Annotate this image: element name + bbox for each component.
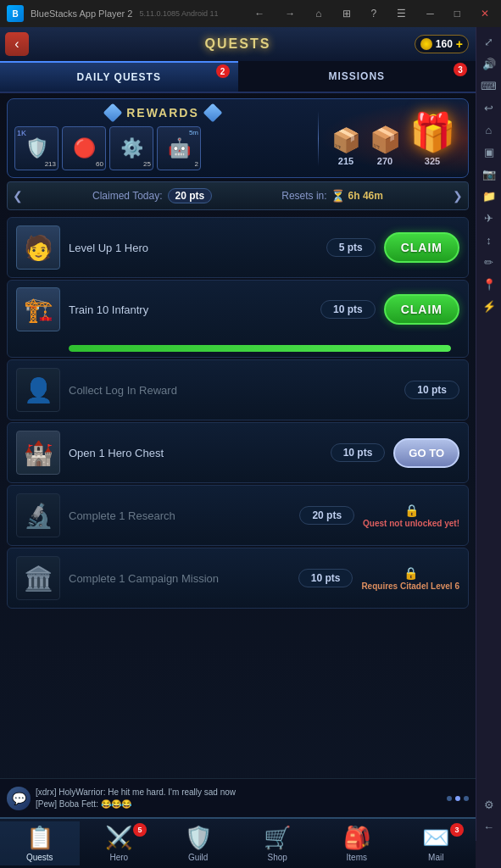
sidebar-location-icon[interactable]: 📍 bbox=[480, 275, 498, 293]
locked-text-5: Requires Citadel Level 6 bbox=[361, 581, 459, 591]
rewards-left: REWARDS 🛡️ 1K 213 🔴 60 ⚙️ 25 bbox=[14, 106, 311, 170]
quest-name-2: Collect Log In Reward bbox=[69, 384, 177, 397]
sidebar-boost-icon[interactable]: ⚡ bbox=[480, 297, 498, 315]
home-btn[interactable]: ⌂ bbox=[310, 6, 326, 21]
sidebar-edit-icon[interactable]: ✏ bbox=[480, 253, 498, 271]
claim-button-1[interactable]: CLAIM bbox=[384, 294, 459, 325]
sidebar-settings-icon[interactable]: ⚙ bbox=[480, 795, 498, 814]
chest-icon-0: 📦 bbox=[331, 126, 361, 154]
sidebar-back-icon[interactable]: ↩ bbox=[480, 98, 498, 117]
quest-info-1: Train 10 Infantry bbox=[69, 302, 312, 317]
hero-icon: ⚔️ bbox=[105, 825, 132, 851]
quest-info-0: Level Up 1 Hero bbox=[69, 240, 318, 255]
quest-info-2: Collect Log In Reward bbox=[69, 382, 396, 398]
quest-icon-1: 🏗️ bbox=[24, 296, 53, 324]
chest-icon-1: 📦 bbox=[370, 125, 401, 154]
bottom-nav: 📋 Quests 5 ⚔️ Hero 🛡️ Guild 🛒 Shop 🎒 Ite… bbox=[0, 817, 476, 868]
timer-icon: ⏳ bbox=[331, 189, 345, 203]
nav-label-items: Items bbox=[347, 853, 367, 862]
maximize-btn[interactable]: □ bbox=[449, 6, 465, 21]
help-btn[interactable]: ? bbox=[366, 6, 382, 21]
quest-pts-5: 10 pts bbox=[298, 569, 353, 587]
quest-item-research: 🔬 Complete 1 Research 20 pts 🔒 Quest not… bbox=[7, 485, 469, 546]
nav-item-guild[interactable]: 🛡️ Guild bbox=[159, 821, 238, 865]
nav-item-shop[interactable]: 🛒 Shop bbox=[238, 821, 318, 865]
add-gold-button[interactable]: + bbox=[456, 37, 463, 51]
sidebar-fullscreen-icon[interactable]: ⤢ bbox=[480, 32, 498, 51]
timer-section: Resets in: ⏳ 6h 46m bbox=[281, 189, 383, 203]
tab-missions[interactable]: MISSIONS 3 bbox=[238, 61, 476, 92]
chat-messages: [xdrx] HolyWarrior: He hit me hard. I'm … bbox=[36, 787, 442, 810]
quest-info-4: Complete 1 Research bbox=[69, 508, 291, 523]
right-sidebar: ⤢ 🔊 ⌨ ↩ ⌂ ▣ 📷 📁 ✈ ↕ ✏ 📍 ⚡ ⚙ ← bbox=[476, 27, 501, 841]
chest-num-1: 270 bbox=[377, 156, 392, 166]
quest-icon-4: 🔬 bbox=[24, 502, 53, 530]
chest-rewards: 📦 215 📦 270 🎁 325 bbox=[326, 107, 461, 170]
quest-header: ‹ QUESTS 160 + bbox=[0, 27, 476, 61]
reward-icon-1: 🔴 bbox=[73, 137, 96, 159]
lock-icon-5: 🔒 bbox=[404, 566, 418, 580]
quest-avatar-3: 🏰 bbox=[16, 431, 60, 475]
quest-pts-1: 10 pts bbox=[320, 300, 376, 319]
sidebar-home-icon[interactable]: ⌂ bbox=[480, 120, 498, 139]
quest-item-login: 👤 Collect Log In Reward 10 pts bbox=[7, 359, 469, 420]
sidebar-keyboard-icon[interactable]: ⌨ bbox=[480, 76, 498, 95]
quest-name-0: Level Up 1 Hero bbox=[69, 242, 148, 254]
nav-item-hero[interactable]: 5 ⚔️ Hero bbox=[80, 821, 159, 865]
chat-dots bbox=[447, 796, 469, 801]
sidebar-screenshot-icon[interactable]: 📷 bbox=[480, 164, 498, 183]
timer-value: 6h 46m bbox=[348, 190, 383, 202]
chest-num-0: 215 bbox=[338, 156, 353, 166]
claim-button-0[interactable]: CLAIM bbox=[384, 232, 459, 263]
quest-info-3: Open 1 Hero Chest bbox=[69, 445, 322, 460]
quest-pts-0: 5 pts bbox=[326, 238, 376, 257]
chest-icon-2: 🎁 bbox=[409, 110, 456, 154]
nav-item-quests[interactable]: 📋 Quests bbox=[0, 821, 80, 865]
app-subtitle: 5.11.0.1085 Android 11 bbox=[139, 9, 218, 18]
claimed-section: Claimed Today: 20 pts bbox=[92, 188, 212, 203]
quest-icon-3: 🏰 bbox=[24, 439, 53, 467]
sidebar-resize-icon[interactable]: ↕ bbox=[480, 231, 498, 249]
guild-icon: 🛡️ bbox=[185, 825, 212, 851]
nav-label-guild: Guild bbox=[188, 853, 208, 862]
sidebar-recent-icon[interactable]: ▣ bbox=[480, 142, 498, 161]
quest-pts-4: 20 pts bbox=[299, 506, 354, 525]
shop-icon: 🛒 bbox=[264, 825, 291, 851]
resets-label: Resets in: bbox=[281, 190, 326, 202]
tab-daily-quests[interactable]: DAILY QUESTS 2 bbox=[0, 61, 238, 92]
grid-btn[interactable]: ⊞ bbox=[337, 6, 356, 21]
chest-item-0: 📦 215 bbox=[331, 126, 361, 166]
back-button[interactable]: ‹ bbox=[5, 32, 29, 56]
minimize-btn[interactable]: ─ bbox=[421, 6, 439, 21]
menu-btn[interactable]: ☰ bbox=[392, 6, 411, 21]
goto-button-3[interactable]: GO TO bbox=[393, 438, 459, 468]
nav-item-items[interactable]: 🎒 Items bbox=[317, 821, 397, 865]
quest-icon-0: 🧑 bbox=[24, 234, 53, 262]
locked-text-4: Quest not unlocked yet! bbox=[363, 519, 459, 528]
right-arrow-btn[interactable]: ❯ bbox=[453, 189, 463, 203]
quest-avatar-4: 🔬 bbox=[16, 493, 60, 537]
items-icon: 🎒 bbox=[343, 825, 370, 851]
quest-icon-2: 👤 bbox=[24, 376, 53, 404]
sidebar-arrow-icon[interactable]: ← bbox=[480, 817, 498, 836]
sidebar-airplane-icon[interactable]: ✈ bbox=[480, 209, 498, 227]
nav-forward-btn[interactable]: → bbox=[280, 6, 300, 21]
mail-icon: ✉️ bbox=[422, 825, 449, 851]
quest-info-5: Complete 1 Campaign Mission bbox=[69, 570, 290, 586]
locked-msg-5: 🔒 Requires Citadel Level 6 bbox=[361, 566, 459, 591]
left-arrow-btn[interactable]: ❮ bbox=[13, 189, 23, 203]
reward-item-2: ⚙️ 25 bbox=[109, 126, 153, 170]
reward-icon-2: ⚙️ bbox=[120, 137, 143, 159]
chat-msg-1: [Pew] Boba Fett: 😂😂😂 bbox=[36, 798, 442, 810]
sidebar-volume-icon[interactable]: 🔊 bbox=[480, 54, 498, 73]
quest-avatar-5: 🏛️ bbox=[16, 556, 60, 600]
nav-item-mail[interactable]: 3 ✉️ Mail bbox=[397, 821, 476, 865]
tab-missions-label: MISSIONS bbox=[328, 70, 385, 82]
quest-name-1: Train 10 Infantry bbox=[69, 303, 148, 316]
nav-back-btn[interactable]: ← bbox=[249, 6, 270, 21]
claimed-pts: 20 pts bbox=[168, 188, 213, 203]
close-btn[interactable]: ✕ bbox=[476, 6, 494, 21]
sidebar-folder-icon[interactable]: 📁 bbox=[480, 186, 498, 205]
rewards-title: REWARDS bbox=[126, 106, 199, 120]
page-title: QUESTS bbox=[205, 36, 271, 52]
